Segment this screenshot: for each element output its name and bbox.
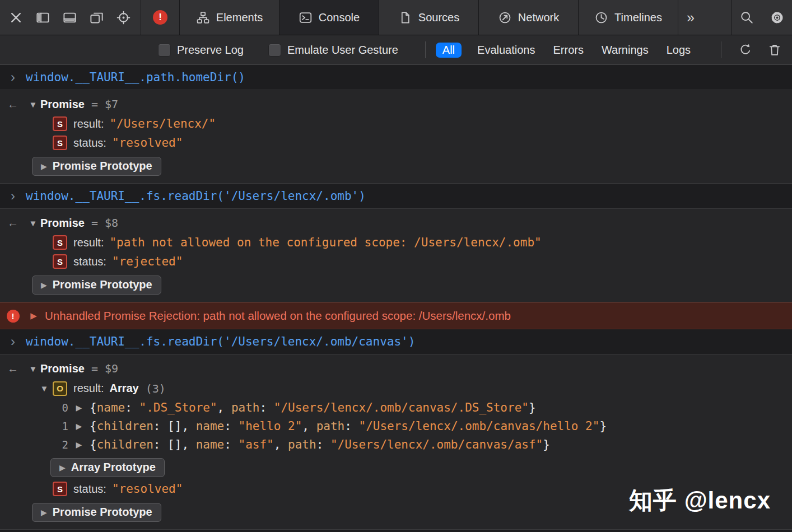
array-index: 0 <box>0 402 68 414</box>
console-error-message[interactable]: ! ▶ Unhandled Promise Rejection: path no… <box>0 302 792 329</box>
property-value: "resolved" <box>112 482 183 496</box>
tab-label: Sources <box>418 11 459 24</box>
toolbar-separator <box>141 0 141 35</box>
separate-window-button[interactable] <box>89 10 104 25</box>
dock-bottom-icon <box>62 10 77 25</box>
disclosure-closed-icon[interactable]: ▶ <box>68 440 90 449</box>
prompt-icon: › <box>0 189 26 203</box>
disclosure-open-icon[interactable]: ▼ <box>26 100 40 109</box>
watermark: 知乎 @lencx <box>629 485 771 516</box>
close-button[interactable] <box>8 10 24 25</box>
error-icon: ! <box>7 310 20 323</box>
tab-sources[interactable]: Sources <box>379 0 478 35</box>
tab-overflow-button[interactable]: » <box>678 0 703 35</box>
inspector-tabs: Elements Console Sources Network Timelin… <box>179 0 678 35</box>
web-inspector-window: ! Elements Console Sources Network Timel… <box>0 0 792 532</box>
tab-network[interactable]: Network <box>478 0 578 35</box>
property-key: status: <box>73 483 106 496</box>
tab-elements[interactable]: Elements <box>179 0 279 35</box>
disclosure-closed-icon: ▶ <box>59 463 66 472</box>
scope-all[interactable]: All <box>436 43 462 58</box>
string-type-badge: S <box>53 482 67 496</box>
disclosure-closed-icon[interactable]: ▶ <box>26 311 41 321</box>
issue-count-badge[interactable]: ! <box>153 10 167 25</box>
settings-button[interactable] <box>762 0 792 35</box>
refresh-icon <box>738 43 753 57</box>
property-key: status: <box>73 255 106 268</box>
object-preview: {children: [], name: "hello 2", path: "/… <box>90 419 607 433</box>
array-item[interactable]: 0 ▶ {name: ".DS_Store", path: "/Users/le… <box>0 398 792 417</box>
string-type-badge: S <box>53 235 67 250</box>
search-button[interactable] <box>732 0 762 35</box>
dock-bottom-button[interactable] <box>62 10 77 25</box>
separate-window-icon <box>89 10 104 25</box>
preserve-log-checkbox[interactable]: Preserve Log <box>158 44 244 57</box>
array-result-header: ▼ O result: Array (3) <box>0 379 792 398</box>
array-item[interactable]: 1 ▶ {children: [], name: "hello 2", path… <box>0 417 792 435</box>
promise-header: ← ▼ Promise = $7 <box>0 94 792 114</box>
promise-prototype-button[interactable]: ▶ Promise Prototype <box>32 157 161 176</box>
result-returned-icon: ← <box>0 98 26 111</box>
array-index: 2 <box>0 438 68 451</box>
dock-left-button[interactable] <box>35 10 50 25</box>
error-text: Unhandled Promise Rejection: path not al… <box>45 309 511 323</box>
string-type-badge: S <box>53 136 67 150</box>
tab-console[interactable]: Console <box>279 0 379 35</box>
console-filterbar: Preserve Log Emulate User Gesture All Ev… <box>0 35 792 65</box>
console-command[interactable]: › window.__TAURI__.fs.readDir('/Users/le… <box>0 329 792 354</box>
prototype-label: Promise Prototype <box>53 160 152 172</box>
array-prototype-button[interactable]: ▶ Array Prototype <box>50 458 165 477</box>
array-index: 1 <box>0 420 68 432</box>
clear-console-button[interactable] <box>767 43 782 57</box>
property-key: result: <box>73 382 104 395</box>
checkbox-box[interactable] <box>268 44 281 57</box>
property-key: result: <box>73 236 104 249</box>
tab-label: Elements <box>216 11 263 24</box>
scope-warnings[interactable]: Warnings <box>602 44 649 57</box>
property-key: status: <box>73 137 106 150</box>
console-command[interactable]: › window.__TAURI__.fs.readDir('/Users/le… <box>0 184 792 209</box>
window-controls <box>0 0 141 35</box>
refresh-button[interactable] <box>738 43 753 57</box>
property-value: "rejected" <box>112 255 183 268</box>
command-text: window.__TAURI__.fs.readDir('/Users/lenc… <box>26 189 366 203</box>
disclosure-open-icon[interactable]: ▼ <box>36 384 53 393</box>
disclosure-closed-icon[interactable]: ▶ <box>68 422 90 431</box>
result-id: = $9 <box>91 362 118 375</box>
disclosure-open-icon[interactable]: ▼ <box>26 218 40 228</box>
elements-icon <box>196 11 210 25</box>
filterbar-separator <box>721 41 721 58</box>
element-picker-button[interactable] <box>116 10 131 25</box>
promise-prototype-button[interactable]: ▶ Promise Prototype <box>32 276 161 295</box>
prototype-row: ▶ Array Prototype <box>0 454 792 479</box>
promise-prototype-button[interactable]: ▶ Promise Prototype <box>32 503 161 522</box>
string-type-badge: S <box>53 116 67 131</box>
console-command[interactable]: › window.__TAURI__.path.homeDir() <box>0 65 792 90</box>
promise-header: ← ▼ Promise = $9 <box>0 358 792 379</box>
scope-logs[interactable]: Logs <box>667 44 691 57</box>
tab-timelines[interactable]: Timelines <box>578 0 678 35</box>
sources-icon <box>398 11 412 25</box>
prototype-label: Promise Prototype <box>53 278 152 291</box>
scope-errors[interactable]: Errors <box>553 44 583 57</box>
property-row: S status: "rejected" <box>0 252 792 271</box>
checkbox-label: Preserve Log <box>177 44 244 57</box>
command-text: window.__TAURI__.path.homeDir() <box>26 71 245 84</box>
checkbox-label: Emulate User Gesture <box>287 44 398 57</box>
toolbar-right <box>731 0 792 35</box>
scope-evaluations[interactable]: Evaluations <box>477 44 535 57</box>
log-scope-bar: All Evaluations Errors Warnings Logs <box>428 43 700 58</box>
disclosure-open-icon[interactable]: ▼ <box>26 364 40 374</box>
object-classname: Promise <box>40 98 85 111</box>
disclosure-closed-icon[interactable]: ▶ <box>68 403 90 412</box>
array-count: (3) <box>146 382 166 395</box>
filterbar-actions <box>719 41 792 58</box>
emulate-user-gesture-checkbox[interactable]: Emulate User Gesture <box>268 44 398 57</box>
tab-label: Network <box>518 11 559 24</box>
console-icon <box>299 11 313 25</box>
command-text: window.__TAURI__.fs.readDir('/Users/lenc… <box>26 335 415 348</box>
error-gutter: ! <box>0 310 26 323</box>
array-item[interactable]: 2 ▶ {children: [], name: "asf", path: "/… <box>0 435 792 454</box>
checkbox-box[interactable] <box>158 44 171 57</box>
prototype-row: ▶ Promise Prototype <box>0 271 792 297</box>
